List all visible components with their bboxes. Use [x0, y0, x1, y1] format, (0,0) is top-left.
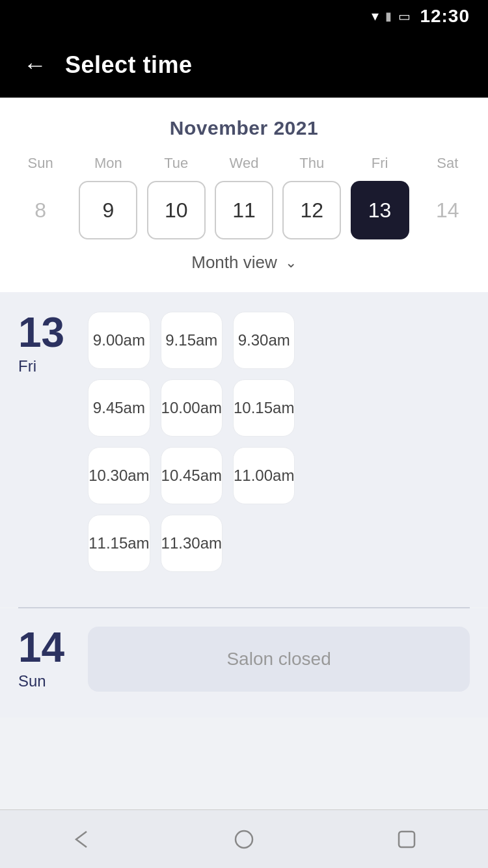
day-cell-9[interactable]: 9: [79, 181, 137, 239]
weekday-mon: Mon: [79, 155, 137, 172]
weekday-thu: Thu: [282, 155, 341, 172]
status-icons: [372, 8, 411, 25]
day14-number: 14: [18, 627, 64, 668]
weekday-sun: Sun: [11, 155, 70, 172]
time-slot-1130[interactable]: 11.30am: [161, 515, 223, 572]
day13-name: Fri: [18, 357, 64, 375]
day13-section: 13 Fri 9.00am 9.15am 9.30am 9.45am 10.00…: [0, 292, 488, 606]
back-button[interactable]: ←: [23, 53, 47, 77]
status-bar: 12:30: [0, 0, 488, 33]
svg-rect-1: [399, 832, 414, 847]
battery-icon: [398, 8, 411, 24]
time-slot-1030[interactable]: 10.30am: [88, 447, 150, 504]
time-slot-1115[interactable]: 11.15am: [88, 515, 150, 572]
svg-point-0: [236, 831, 252, 848]
time-slot-930[interactable]: 9.30am: [233, 312, 295, 369]
time-slot-945[interactable]: 9.45am: [88, 379, 150, 437]
signal-icon: [385, 9, 392, 23]
back-nav-icon: [68, 826, 94, 852]
time-slot-1045[interactable]: 10.45am: [161, 447, 223, 504]
time-slot-900[interactable]: 9.00am: [88, 312, 150, 369]
nav-home-button[interactable]: [224, 820, 264, 859]
weekday-fri: Fri: [351, 155, 409, 172]
time-slot-1100[interactable]: 11.00am: [233, 447, 295, 504]
nav-recent-button[interactable]: [387, 820, 426, 859]
status-time: 12:30: [420, 6, 470, 27]
home-nav-icon: [231, 826, 257, 852]
weekday-sat: Sat: [418, 155, 477, 172]
calendar-section: November 2021 Sun Mon Tue Wed Thu Fri Sa…: [0, 98, 488, 292]
weekday-wed: Wed: [215, 155, 273, 172]
weekdays-row: Sun Mon Tue Wed Thu Fri Sat: [0, 155, 488, 172]
day-cell-12[interactable]: 12: [282, 181, 341, 239]
month-view-label: Month view: [191, 252, 277, 273]
day13-header: 13 Fri 9.00am 9.15am 9.30am 9.45am 10.00…: [18, 312, 470, 572]
time-slot-1015[interactable]: 10.15am: [233, 379, 295, 437]
wifi-icon: [372, 8, 379, 25]
weekday-tue: Tue: [147, 155, 206, 172]
chevron-down-icon: ⌄: [285, 254, 297, 271]
day14-inner: 14 Sun Salon closed: [18, 627, 470, 692]
month-view-toggle[interactable]: Month view ⌄: [0, 239, 488, 279]
page-title: Select time: [65, 51, 193, 79]
month-label: November 2021: [0, 117, 488, 139]
bottom-nav: [0, 809, 488, 868]
days-row: 8 9 10 11 12 13 14: [0, 181, 488, 239]
day-cell-8[interactable]: 8: [11, 181, 70, 239]
day-cell-14[interactable]: 14: [418, 181, 477, 239]
day-cell-11[interactable]: 11: [215, 181, 273, 239]
time-slot-915[interactable]: 9.15am: [161, 312, 223, 369]
day13-info: 13 Fri: [18, 312, 64, 375]
salon-closed-label: Salon closed: [88, 627, 470, 692]
time-slots-grid: 9.00am 9.15am 9.30am 9.45am 10.00am 10.1…: [88, 312, 295, 572]
day14-section: 14 Sun Salon closed: [0, 608, 488, 718]
app-header: ← Select time: [0, 33, 488, 98]
day-cell-10[interactable]: 10: [147, 181, 206, 239]
day-cell-13[interactable]: 13: [351, 181, 409, 239]
time-slot-1000[interactable]: 10.00am: [161, 379, 223, 437]
day13-number: 13: [18, 312, 64, 353]
day14-name: Sun: [18, 672, 64, 690]
recent-nav-icon: [394, 826, 420, 852]
day14-info: 14 Sun: [18, 627, 64, 690]
nav-back-button[interactable]: [62, 820, 101, 859]
